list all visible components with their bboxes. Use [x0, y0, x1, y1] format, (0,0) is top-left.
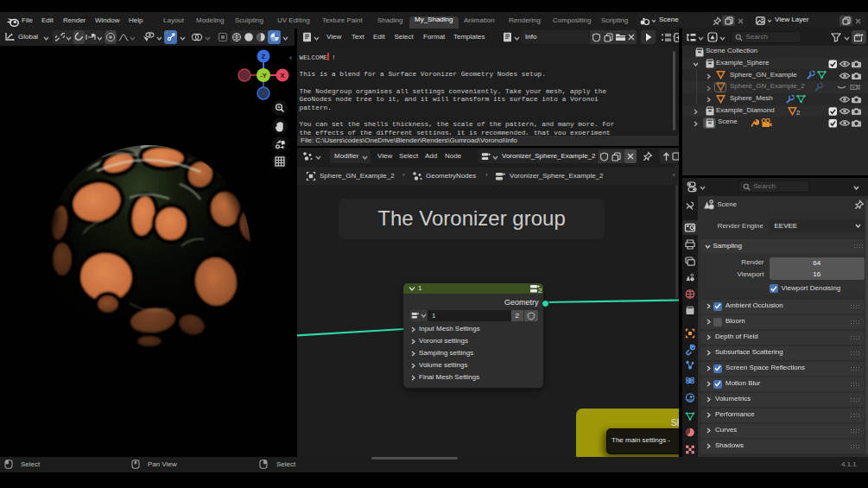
svg-text:X: X [280, 72, 285, 79]
svg-text:-Y: -Y [260, 72, 267, 79]
svg-text:Z: Z [262, 53, 266, 60]
